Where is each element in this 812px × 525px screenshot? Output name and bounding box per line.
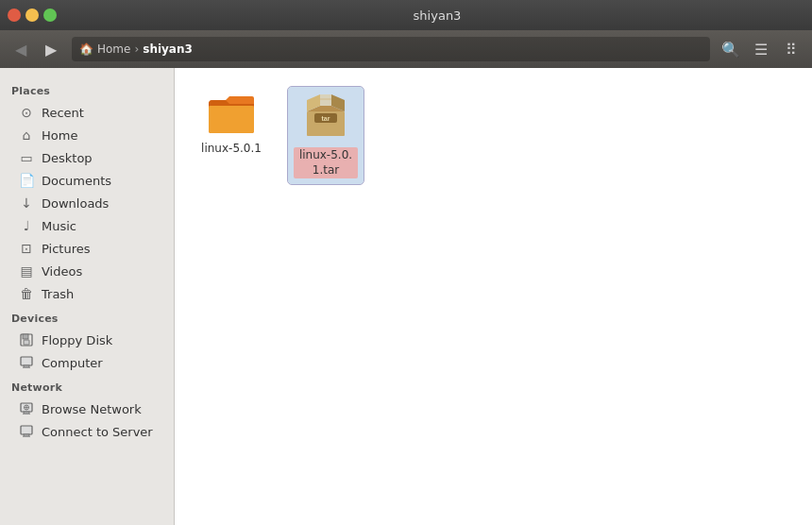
sidebar-item-trash[interactable]: 🗑 Trash [0,282,174,305]
sidebar-item-documents[interactable]: 📄 Documents [0,169,174,192]
toolbar: ◀ ▶ 🏠 Home › shiyan3 🔍 ☰ ⠿ [0,30,812,68]
sidebar-item-desktop[interactable]: ▭ Desktop [0,146,174,169]
computer-icon [19,355,34,370]
sidebar-item-recent[interactable]: ⊙ Recent [0,101,174,124]
svg-rect-5 [23,367,30,368]
file-label-linux-tar: linux-5.0.1.tar [294,147,358,178]
breadcrumb-bar: 🏠 Home › shiyan3 [72,37,710,61]
svg-text:tar: tar [322,115,330,122]
forward-button[interactable]: ▶ [38,36,64,62]
title-bar: shiyan3 [0,0,812,30]
window-controls [8,8,57,22]
floppy-icon [19,332,34,347]
pictures-icon: ⊡ [19,241,34,256]
tar-icon: tar [301,93,350,142]
sidebar-item-browse-network[interactable]: Browse Network [0,398,174,420]
sidebar-item-computer[interactable]: Computer [0,351,174,374]
breadcrumb-separator: › [134,42,139,56]
sidebar-item-floppy-label: Floppy Disk [42,333,112,347]
file-area: linux-5.0.1 tar linux-5.0.1.tar [175,68,812,525]
videos-icon: ▤ [19,263,34,279]
sidebar-item-music[interactable]: ♩ Music [0,214,174,237]
sidebar-item-documents-label: Documents [42,174,111,188]
svg-rect-2 [24,340,29,345]
svg-rect-7 [24,412,29,414]
sidebar-item-trash-label: Trash [42,287,74,301]
documents-icon: 📄 [19,173,34,188]
sidebar-item-downloads[interactable]: ↓ Downloads [0,192,174,214]
file-item-linux-folder[interactable]: linux-5.0.1 [194,87,269,184]
home-icon: 🏠 [79,42,93,56]
sidebar-item-browse-network-label: Browse Network [42,402,142,416]
sidebar-item-recent-label: Recent [42,106,84,120]
svg-rect-1 [23,334,28,339]
sidebar: Places ⊙ Recent ⌂ Home ▭ Desktop 📄 Docum… [0,68,175,525]
sidebar-item-home-label: Home [42,128,77,143]
svg-rect-15 [209,106,254,133]
sidebar-item-music-label: Music [42,219,76,233]
grid-button[interactable]: ⠿ [778,36,804,62]
sidebar-item-pictures-label: Pictures [42,242,90,256]
svg-rect-8 [23,414,30,415]
file-label-linux-folder: linux-5.0.1 [201,142,262,157]
sidebar-item-floppy[interactable]: Floppy Disk [0,329,174,351]
breadcrumb-current: shiyan3 [143,42,193,56]
svg-rect-13 [24,434,29,436]
home-sidebar-icon: ⌂ [19,127,34,143]
sidebar-item-pictures[interactable]: ⊡ Pictures [0,237,174,260]
breadcrumb-home-label: Home [97,42,130,56]
sidebar-item-home[interactable]: ⌂ Home [0,124,174,146]
connect-server-icon [19,424,34,439]
folder-icon [207,93,256,136]
sidebar-item-connect-server[interactable]: Connect to Server [0,420,174,443]
devices-section-label: Devices [0,305,174,329]
recent-icon: ⊙ [19,105,34,120]
menu-icon: ☰ [754,41,768,59]
sidebar-item-downloads-label: Downloads [42,196,109,211]
main-container: Places ⊙ Recent ⌂ Home ▭ Desktop 📄 Docum… [0,68,812,525]
svg-rect-3 [21,357,32,365]
trash-icon: 🗑 [19,286,34,301]
close-button[interactable] [8,8,21,22]
sidebar-item-videos-label: Videos [42,264,82,279]
maximize-button[interactable] [43,8,57,22]
sidebar-item-videos[interactable]: ▤ Videos [0,260,174,282]
menu-button[interactable]: ☰ [748,36,774,62]
sidebar-item-computer-label: Computer [42,356,103,370]
minimize-button[interactable] [25,8,39,22]
desktop-icon: ▭ [19,150,34,165]
browse-network-icon [19,401,34,416]
svg-rect-12 [21,426,32,434]
downloads-icon: ↓ [19,195,34,211]
grid-icon: ⠿ [786,41,797,59]
breadcrumb-home[interactable]: 🏠 Home [79,42,130,56]
sidebar-item-desktop-label: Desktop [42,151,93,165]
sidebar-item-connect-server-label: Connect to Server [42,425,153,439]
back-button[interactable]: ◀ [8,36,34,62]
search-button[interactable]: 🔍 [718,36,744,62]
svg-rect-4 [24,365,29,367]
places-section-label: Places [0,77,174,101]
file-item-linux-tar[interactable]: tar linux-5.0.1.tar [288,87,364,184]
svg-rect-22 [320,94,331,106]
search-icon: 🔍 [721,41,740,59]
network-section-label: Network [0,374,174,398]
music-icon: ♩ [19,218,34,233]
svg-rect-14 [23,436,30,437]
window-title: shiyan3 [70,8,804,23]
